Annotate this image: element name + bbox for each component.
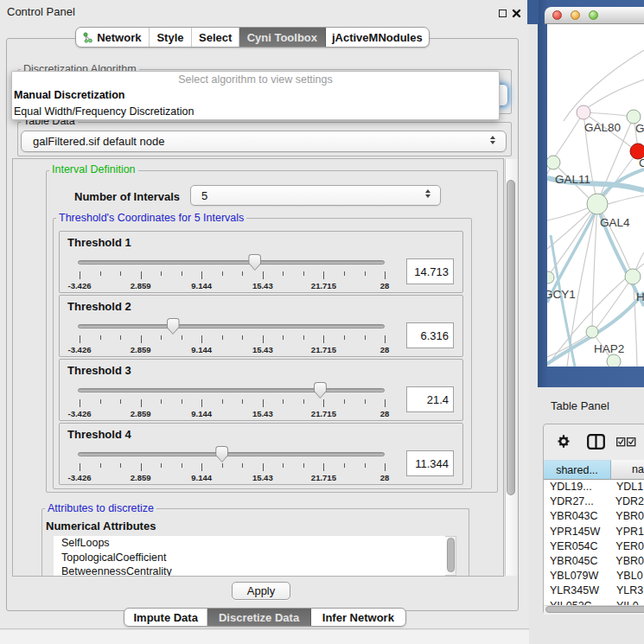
- attribute-list-item[interactable]: BetweennessCentrality: [54, 564, 445, 576]
- numerical-attributes-label: Numerical Attributes: [46, 520, 156, 532]
- bottom-tab-discretize-data[interactable]: Discretize Data: [207, 609, 310, 626]
- close-traffic-light[interactable]: [552, 10, 562, 20]
- table-row[interactable]: YBR043CYBR0: [544, 509, 644, 524]
- gear-icon[interactable]: [558, 435, 570, 448]
- close-icon[interactable]: [512, 9, 521, 18]
- tab-style[interactable]: Style: [150, 28, 193, 47]
- slider-tick: [283, 463, 284, 468]
- table-row[interactable]: YDR27...YDR2: [544, 494, 644, 509]
- apply-button[interactable]: Apply: [232, 582, 290, 600]
- slider-tick: [182, 463, 182, 468]
- slider-tick: [100, 399, 101, 404]
- vertical-scrollbar-thumb[interactable]: [507, 180, 515, 495]
- tab-cyni-toolbox[interactable]: Cyni Toolbox: [239, 28, 326, 47]
- dropdown-item[interactable]: Equal Width/Frequency Discretization: [12, 104, 499, 120]
- network-node[interactable]: [625, 269, 641, 284]
- attribute-list-item[interactable]: SelfLoops: [54, 536, 445, 551]
- slider-tick-label: 9.144: [191, 281, 212, 290]
- slider-tick: [303, 335, 304, 340]
- slider-tick-label: 21.715: [311, 473, 336, 482]
- network-node[interactable]: [577, 105, 590, 119]
- slider-tick-label: 2.859: [131, 345, 151, 354]
- slider-tick-label: 9.144: [191, 409, 212, 418]
- number-of-intervals-spinner[interactable]: 5: [190, 185, 441, 206]
- threshold-value-field[interactable]: 21.4: [406, 386, 454, 412]
- tab-network[interactable]: Network: [76, 28, 150, 47]
- slider-tick: [242, 463, 243, 468]
- attributes-group-title: Attributes to discretize: [45, 503, 156, 514]
- network-node-label: H: [636, 290, 644, 303]
- table-row[interactable]: YDL19...YDL1: [544, 480, 644, 494]
- bottom-tab-impute-data[interactable]: Impute Data: [124, 609, 207, 626]
- minimize-traffic-light[interactable]: [571, 10, 580, 20]
- bottom-tab-infer-network[interactable]: Infer Network: [311, 609, 405, 626]
- slider-tick-label: 21.715: [311, 409, 336, 418]
- control-panel-window: Control Panel NetworkStyleSelectCyni Too…: [0, 0, 529, 629]
- network-node[interactable]: [607, 354, 621, 367]
- threshold-value-field[interactable]: 14.713: [406, 258, 454, 284]
- slider-tick-label: 28: [380, 409, 390, 418]
- table-cell-name: YBR0: [610, 554, 644, 569]
- table-row[interactable]: YBR045CYBR0: [544, 554, 644, 569]
- table-data-combobox[interactable]: galFiltered.sif default node: [21, 131, 507, 152]
- dropdown-item[interactable]: Manual Discretization: [12, 87, 499, 104]
- tab-jactivemnodules[interactable]: jActiveMNodules: [326, 28, 429, 47]
- slider-tick: [283, 271, 284, 276]
- numerical-attributes-list[interactable]: SelfLoopsTopologicalCoefficientBetweenne…: [54, 536, 445, 576]
- spinner-arrows-icon: [425, 189, 432, 198]
- network-edge: [586, 80, 644, 109]
- slider-tick: [80, 463, 80, 471]
- slider-tick: [141, 271, 142, 279]
- slider-track[interactable]: [78, 324, 385, 328]
- network-node[interactable]: [587, 194, 608, 214]
- restore-window-icon[interactable]: [499, 10, 507, 17]
- table-row[interactable]: YLR345WYLR3: [544, 583, 644, 598]
- network-node-label: HAP2: [594, 342, 624, 355]
- table-rows: YDL19...YDL1YDR27...YDR2YBR043CYBR0YPR14…: [544, 480, 644, 605]
- threshold-value-field[interactable]: 6.316: [406, 322, 454, 348]
- slider-tick: [303, 399, 304, 404]
- slider-tick: [385, 463, 386, 471]
- threshold-value-field[interactable]: 11.344: [406, 450, 454, 476]
- network-edge: [608, 195, 644, 204]
- table-cell-name: YDR2: [610, 494, 644, 509]
- slider-tick: [141, 335, 142, 343]
- network-node[interactable]: [547, 271, 554, 284]
- table-row[interactable]: YIL052CYIL0: [544, 599, 644, 606]
- network-node-label: GCY1: [547, 288, 576, 301]
- zoom-traffic-light[interactable]: [589, 10, 598, 20]
- attributes-list-scrollbar-thumb[interactable]: [447, 538, 455, 572]
- control-panel-tabbar: NetworkStyleSelectCyni ToolboxjActiveMNo…: [75, 27, 430, 48]
- table-row[interactable]: YER054CYER0: [544, 539, 644, 554]
- table-cell-shared-name: YIL052C: [544, 599, 611, 606]
- network-edge: [551, 204, 597, 272]
- attribute-list-item[interactable]: TopologicalCoefficient: [54, 551, 445, 565]
- table-column-header-shared-name[interactable]: shared...: [544, 460, 611, 480]
- table-column-header-name[interactable]: na: [611, 460, 644, 480]
- network-node[interactable]: [586, 326, 598, 338]
- network-icon: [83, 32, 93, 43]
- slider-tick: [182, 399, 182, 404]
- table-cell-name: YER0: [610, 539, 644, 554]
- slider-track[interactable]: [78, 452, 385, 456]
- slider-tick: [222, 463, 223, 468]
- column-view-icon[interactable]: [587, 434, 605, 450]
- table-row[interactable]: YPR145WYPR1: [544, 525, 644, 539]
- slider-tick: [303, 271, 304, 276]
- slider-tick: [120, 335, 121, 340]
- slider-track[interactable]: [78, 260, 385, 265]
- slider-tick-label: 9.144: [191, 473, 212, 482]
- table-hscrollbar-thumb[interactable]: [545, 606, 644, 613]
- network-window-titlebar[interactable]: [545, 7, 644, 24]
- table-row[interactable]: YBL079WYBL0: [544, 569, 644, 583]
- checkbox-icons[interactable]: [616, 437, 636, 447]
- slider-track[interactable]: [78, 388, 385, 392]
- slider-tick: [120, 399, 121, 404]
- network-node[interactable]: [547, 156, 560, 169]
- application-root: Control Panel NetworkStyleSelectCyni Too…: [0, 0, 644, 644]
- slider-tick-label: 2.859: [131, 281, 151, 290]
- slider-tick: [80, 399, 80, 407]
- network-canvas[interactable]: GAL80GACGAL11GAL4GCY1HHAP2: [547, 24, 644, 367]
- algorithm-dropdown-popup: Select algorithm to view settings Manual…: [11, 71, 500, 120]
- tab-select[interactable]: Select: [192, 28, 239, 47]
